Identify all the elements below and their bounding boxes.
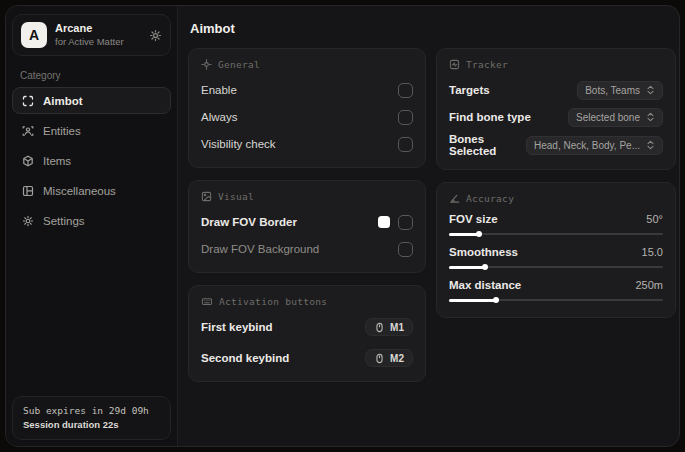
keybind-row: Second keybind M2 — [201, 347, 413, 369]
app-window: A Arcane for Active Matter Category — [5, 5, 680, 447]
gear-icon[interactable] — [149, 29, 162, 42]
first-keybind-button[interactable]: M1 — [365, 318, 413, 336]
brand-name: Arcane — [55, 22, 141, 36]
section-title: Accuracy — [466, 193, 514, 204]
section-title: Visual — [218, 191, 254, 202]
smoothness-slider[interactable] — [449, 262, 663, 272]
dropdown-row: Bones Selected Head, Neck, Body, Pe... — [449, 133, 663, 157]
setting-row: Always — [201, 106, 413, 128]
setting-label: Draw FOV Background — [201, 243, 319, 255]
setting-row: Visibility check — [201, 133, 413, 155]
page-title: Aimbot — [190, 21, 667, 36]
sidebar: A Arcane for Active Matter Category — [6, 6, 178, 446]
session-duration-text: Session duration 22s — [23, 418, 160, 432]
bones-selected-dropdown[interactable]: Head, Neck, Body, Pe... — [526, 136, 663, 155]
setting-label: Enable — [201, 84, 237, 96]
slider-value: 250m — [635, 279, 663, 291]
crosshair-icon — [201, 59, 212, 70]
person-scan-icon — [22, 125, 34, 137]
keybind-label: First keybind — [201, 321, 273, 333]
second-keybind-button[interactable]: M2 — [365, 349, 413, 367]
activity-icon — [449, 59, 460, 70]
dropdown-value: Selected bone — [576, 112, 640, 123]
setting-label: Always — [201, 111, 237, 123]
slider-label: Max distance — [449, 279, 521, 291]
angle-icon — [449, 193, 460, 204]
sidebar-item-aimbot[interactable]: Aimbot — [12, 87, 171, 114]
smoothness-group: Smoothness 15.0 — [449, 246, 663, 272]
sidebar-item-label: Miscellaneous — [43, 185, 116, 197]
keybind-row: First keybind M1 — [201, 316, 413, 338]
app-logo: A — [21, 22, 47, 48]
fov-size-slider[interactable] — [449, 229, 663, 239]
setting-label: Visibility check — [201, 138, 276, 150]
max-distance-slider[interactable] — [449, 295, 663, 305]
setting-row: Draw FOV Background — [201, 238, 413, 260]
slider-fill[interactable] — [449, 299, 496, 302]
dropdown-label: Find bone type — [449, 111, 531, 123]
visibility-check-checkbox[interactable] — [398, 137, 413, 152]
activation-card: Activation buttons First keybind M1 — [188, 285, 426, 382]
max-distance-group: Max distance 250m — [449, 279, 663, 305]
slider-label: FOV size — [449, 213, 498, 225]
gear-icon — [22, 215, 34, 227]
sidebar-item-settings[interactable]: Settings — [12, 207, 171, 234]
draw-fov-background-checkbox[interactable] — [398, 242, 413, 257]
always-checkbox[interactable] — [398, 110, 413, 125]
sidebar-item-label: Aimbot — [43, 95, 83, 107]
dropdown-label: Bones Selected — [449, 133, 526, 157]
sidebar-item-label: Items — [43, 155, 71, 167]
visual-card: Visual Draw FOV Border Draw FOV Backgrou… — [188, 180, 426, 273]
scan-icon — [22, 95, 34, 107]
sidebar-item-label: Entities — [43, 125, 81, 137]
keybind-label: Second keybind — [201, 352, 289, 364]
sidebar-item-entities[interactable]: Entities — [12, 117, 171, 144]
sub-expires-text: Sub expires in 29d 09h — [23, 404, 160, 418]
keyboard-icon — [201, 296, 213, 307]
fov-border-color-swatch[interactable] — [378, 216, 390, 228]
subscription-info: Sub expires in 29d 09h Session duration … — [12, 396, 171, 440]
slider-label: Smoothness — [449, 246, 518, 258]
slider-fill[interactable] — [449, 266, 485, 269]
accuracy-card: Accuracy FOV size 50° — [436, 182, 676, 318]
slider-fill[interactable] — [449, 233, 479, 236]
main-panel: Aimbot General Enable — [178, 6, 679, 446]
unfold-icon — [646, 140, 655, 150]
cube-icon — [22, 155, 34, 167]
setting-row: Enable — [201, 79, 413, 101]
setting-label: Draw FOV Border — [201, 216, 297, 228]
sidebar-item-items[interactable]: Items — [12, 147, 171, 174]
enable-checkbox[interactable] — [398, 83, 413, 98]
image-icon — [201, 191, 212, 202]
fov-size-group: FOV size 50° — [449, 213, 663, 239]
slider-value: 15.0 — [642, 246, 663, 258]
tracker-card: Tracker Targets Bots, Teams — [436, 48, 676, 170]
sidebar-nav: Aimbot Entities — [12, 87, 171, 234]
keybind-value: M2 — [390, 353, 404, 364]
unfold-icon — [646, 112, 655, 122]
find-bone-type-dropdown[interactable]: Selected bone — [568, 108, 663, 127]
targets-dropdown[interactable]: Bots, Teams — [577, 81, 663, 100]
draw-fov-border-checkbox[interactable] — [398, 215, 413, 230]
category-label: Category — [12, 60, 171, 87]
sidebar-item-miscellaneous[interactable]: Miscellaneous — [12, 177, 171, 204]
dropdown-value: Head, Neck, Body, Pe... — [534, 140, 640, 151]
mouse-icon — [374, 353, 385, 364]
dropdown-row: Find bone type Selected bone — [449, 106, 663, 128]
keybind-value: M1 — [390, 322, 404, 333]
dropdown-row: Targets Bots, Teams — [449, 79, 663, 101]
layout-icon — [22, 185, 34, 197]
general-card: General Enable Always Visibility check — [188, 48, 426, 168]
setting-row: Draw FOV Border — [201, 211, 413, 233]
slider-value: 50° — [646, 213, 663, 225]
section-title: Activation buttons — [219, 296, 327, 307]
section-title: General — [218, 59, 260, 70]
sidebar-item-label: Settings — [43, 215, 85, 227]
dropdown-label: Targets — [449, 84, 490, 96]
brand-card: A Arcane for Active Matter — [12, 14, 171, 56]
section-title: Tracker — [466, 59, 508, 70]
brand-subtitle: for Active Matter — [55, 36, 141, 48]
dropdown-value: Bots, Teams — [585, 85, 640, 96]
unfold-icon — [646, 85, 655, 95]
mouse-icon — [374, 322, 385, 333]
